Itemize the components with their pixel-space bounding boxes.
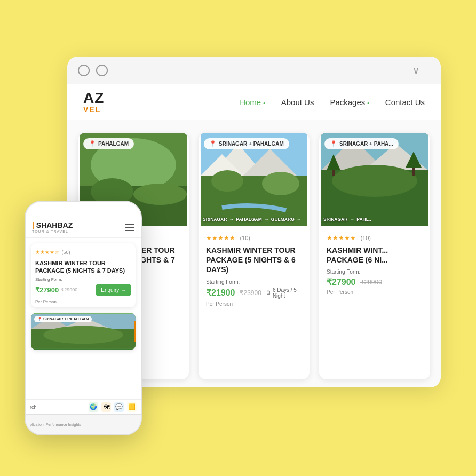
location-icon: 📍 <box>89 140 96 147</box>
card-2-starting-label: Starting Form: <box>206 279 302 285</box>
card-3-price-row: ₹27900 ₹29900 <box>327 277 423 287</box>
phone-card-1-reviews: (50) <box>61 250 70 255</box>
phone-logo: | SHAHBAZ TOUR & TRAVEL <box>32 221 73 233</box>
phone-bottom-bar: plication Performance Insights <box>26 414 141 434</box>
phone-card-1-per-person: Per Person <box>35 299 131 304</box>
nav-home[interactable]: Home <box>240 98 265 107</box>
phone-perf-text: Performance Insights <box>46 423 81 426</box>
card-2-price-orig: ₹23900 <box>240 289 261 297</box>
card-2-title: KASHMIR WINTER TOUR PACKAGE (5 NIGHTS & … <box>206 245 302 275</box>
phone-search-bar: rch 🌍 🗺 💬 🟨 <box>26 399 141 414</box>
card-3-image: 📍 SRINAGAR + PAHA... SRINAGAR → PAHL.. <box>319 133 430 226</box>
phone-tour-card-1[interactable]: ★★★★☆ (50) KASHMIR WINTER TOUR PACKAGE (… <box>31 243 136 307</box>
phone-app-text: plication <box>30 423 44 426</box>
browser-titlebar: ∨ <box>67 57 441 84</box>
message-icon[interactable]: 💬 <box>114 402 124 412</box>
location-icon-3: 📍 <box>330 140 337 147</box>
card-2-price-row: ₹21900 ₹23900 🗓 6 Days / 5 Night <box>206 287 302 299</box>
card-2-body: ★★★★★ (10) KASHMIR WINTER TOUR PACKAGE (… <box>199 226 310 313</box>
card-3-title: KASHMIR WINT... PACKAGE (6 NI... <box>327 245 423 265</box>
card-3-route: SRINAGAR → PAHL.. <box>323 217 426 222</box>
phone-status-bar <box>26 202 141 217</box>
svg-point-11 <box>211 170 243 192</box>
card-2-location: 📍 SRINAGAR + PAHALGAM <box>204 138 289 149</box>
card-3-per-person: Per Person <box>327 289 423 295</box>
browser-circle-1 <box>78 65 90 76</box>
card-2-per-person: Per Person <box>206 301 302 307</box>
phone-search-icons: 🌍 🗺 💬 🟨 <box>89 402 137 412</box>
card-2-reviews: (10) <box>240 235 250 241</box>
card-3-starting-label: Starting Form: <box>327 269 423 275</box>
phone-enquiry-button[interactable]: Enquiry → <box>96 284 131 296</box>
phone-card-2-image: 📍 SRINAGAR + PAHALGAM <box>31 313 136 350</box>
phone-mockup: | SHAHBAZ TOUR & TRAVEL ★★★★☆ (50) KASHM… <box>25 201 142 435</box>
map-icon[interactable]: 🗺 <box>101 402 111 412</box>
card-2-stars-row: ★★★★★ (10) <box>206 233 302 242</box>
phone-card-1-price-row: ₹27900 ₹29900 Enquiry → <box>35 284 131 296</box>
orange-scroll-bar <box>134 321 136 342</box>
card-2-image: 📍 SRINAGAR + PAHALGAM SRINAGAR → PAHALGA… <box>199 133 310 226</box>
card-3-stars-row: ★★★★★ (10) <box>327 233 423 242</box>
phone-card-1-title: KASHMIR WINTER TOUR PACKAGE (5 NIGHTS & … <box>35 259 131 275</box>
card-3-price: ₹27900 <box>327 277 356 287</box>
location-icon-2: 📍 <box>209 140 217 147</box>
chevron-down-icon: ∨ <box>412 65 419 76</box>
svg-point-12 <box>262 172 299 195</box>
tour-card-2[interactable]: 📍 SRINAGAR + PAHALGAM SRINAGAR → PAHALGA… <box>199 133 310 379</box>
phone-card-1-price: ₹27900 <box>35 286 59 294</box>
svg-point-4 <box>133 184 187 205</box>
windows-icon[interactable]: 🟨 <box>127 402 137 412</box>
nav-contact[interactable]: Contact Us <box>385 98 425 107</box>
card-3-body: ★★★★★ (10) KASHMIR WINT... PACKAGE (6 NI… <box>319 226 430 302</box>
phone-card-1-price-orig: ₹29900 <box>61 287 77 292</box>
hamburger-line-3 <box>125 230 134 231</box>
nav-about[interactable]: About Us <box>281 98 314 107</box>
svg-point-28 <box>43 326 123 344</box>
phone-nav: | SHAHBAZ TOUR & TRAVEL <box>26 217 141 238</box>
hamburger-line-2 <box>125 227 134 228</box>
scene: ∨ AZ VEL Home About Us Packages Contact … <box>35 57 441 419</box>
phone-tour-card-2[interactable]: 📍 SRINAGAR + PAHALGAM <box>31 313 136 350</box>
card-2-days: 🗓 6 Days / 5 Night <box>266 287 302 299</box>
site-logo: AZ VEL <box>83 91 104 113</box>
card-3-location: 📍 SRINAGAR + PAHA... <box>324 138 399 149</box>
card-3-price-orig: ₹29900 <box>360 279 382 286</box>
card-2-route: SRINAGAR → PAHALGAM → GULMARG → <box>203 217 305 222</box>
logo-az: AZ <box>83 90 104 106</box>
phone-search-text: rch <box>30 404 89 410</box>
nav-links: Home About Us Packages Contact Us <box>240 98 425 107</box>
phone-hamburger-button[interactable] <box>125 224 134 231</box>
card-2-price: ₹21900 <box>206 288 235 298</box>
hamburger-line-1 <box>125 224 134 225</box>
logo-vel: VEL <box>83 106 104 113</box>
tour-card-3[interactable]: 📍 SRINAGAR + PAHA... SRINAGAR → PAHL.. ★… <box>319 133 430 379</box>
phone-card-1-starting: Starting Form: <box>35 277 131 282</box>
svg-point-18 <box>332 165 417 197</box>
phone-card-2-location: 📍 SRINAGAR + PAHALGAM <box>34 316 92 322</box>
card-1-location: 📍 PAHALGAM <box>83 138 134 149</box>
globe-icon[interactable]: 🌍 <box>89 402 98 412</box>
card-3-reviews: (10) <box>360 235 371 241</box>
nav-packages[interactable]: Packages <box>330 98 369 107</box>
phone-card-1-stars-row: ★★★★☆ (50) <box>31 243 136 257</box>
browser-circle-2 <box>96 65 108 76</box>
website-nav: AZ VEL Home About Us Packages Contact Us <box>67 84 441 120</box>
